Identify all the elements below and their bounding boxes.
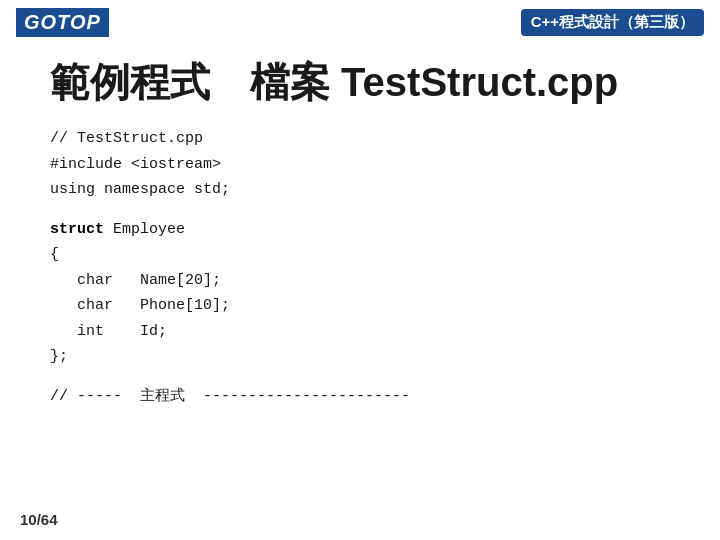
- top-bar: GOTOP C++程式設計（第三版）: [0, 0, 720, 45]
- gotop-logo-text: GOTOP: [16, 8, 109, 37]
- code-line-7: char Phone[10];: [50, 293, 670, 319]
- code-line-3: using namespace std;: [50, 177, 670, 203]
- cpp-logo-text: C++程式設計（第三版）: [531, 13, 694, 32]
- code-line-4: struct Employee: [50, 217, 670, 243]
- code-spacer-2: [50, 370, 670, 384]
- code-line-2: #include <iostream>: [50, 152, 670, 178]
- code-line-1: // TestStruct.cpp: [50, 126, 670, 152]
- page-title: 範例程式 檔案 TestStruct.cpp: [0, 45, 720, 126]
- page-number: 10/64: [20, 511, 58, 528]
- gotop-logo: GOTOP: [16, 8, 109, 37]
- code-block: // TestStruct.cpp #include <iostream> us…: [0, 126, 720, 409]
- code-line-8: int Id;: [50, 319, 670, 345]
- code-line-6: char Name[20];: [50, 268, 670, 294]
- struct-keyword: struct: [50, 221, 104, 238]
- code-spacer-1: [50, 203, 670, 217]
- code-line-5: {: [50, 242, 670, 268]
- cpp-logo: C++程式設計（第三版）: [521, 9, 704, 36]
- code-line-10: // ----- 主程式 -----------------------: [50, 384, 670, 410]
- code-line-9: };: [50, 344, 670, 370]
